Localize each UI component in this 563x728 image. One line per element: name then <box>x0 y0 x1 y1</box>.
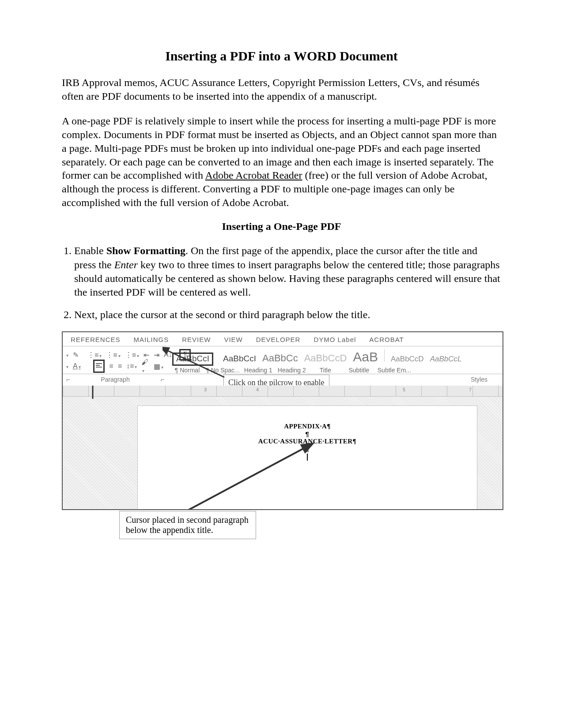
intro-paragraph-2: A one-page PDF is relatively simple to i… <box>62 114 501 209</box>
style-sample-heading2[interactable]: AaBbCcD <box>304 353 347 364</box>
line-spacing-icon[interactable]: ↕≡ <box>126 362 137 370</box>
underline-font-color-icon[interactable]: A <box>73 362 81 370</box>
style-name-heading2: Heading 2 <box>277 367 307 374</box>
outdent-icon[interactable]: ⇤ <box>144 351 149 359</box>
ruler-mark: 5 <box>403 387 405 392</box>
style-names-row: ¶ Normal ¶ No Spac... Heading 1 Heading … <box>172 367 503 374</box>
page-title: Inserting a PDF into a WORD Document <box>62 49 501 64</box>
style-name-subtleem: Subtle Em... <box>378 367 411 374</box>
ruler-mark: 3 <box>204 387 207 392</box>
style-name-nospacing: ¶ No Spac... <box>206 367 240 374</box>
ruler-mark: 7 <box>469 387 472 392</box>
document-page[interactable]: APPENDIX·A¶ ¶ ACUC·ASSURANCE·LETTER¶ ¶ <box>138 406 477 509</box>
align-center-icon[interactable]: ≡ <box>109 362 113 370</box>
callout-cursor-position: Cursor placed in second paragraph below … <box>119 511 256 539</box>
ruler-mark: 4 <box>256 387 259 392</box>
ribbon-tabstrip: REFERENCES MAILINGS REVIEW VIEW DEVELOPE… <box>63 332 503 346</box>
text-run: key two to three times to insert paragra… <box>74 259 500 298</box>
tab-mailings[interactable]: MAILINGS <box>134 336 169 343</box>
style-name-title: Title <box>310 367 340 374</box>
tab-developer[interactable]: DEVELOPER <box>256 336 301 343</box>
numbering-icon[interactable]: ⋮≡ <box>106 351 120 359</box>
text-bold: Show Formatting <box>106 245 185 256</box>
indent-icon[interactable]: ⇥ <box>154 351 159 359</box>
tab-references[interactable]: REFERENCES <box>71 336 121 343</box>
text-italic: Enter <box>114 259 138 270</box>
align-justify-icon[interactable]: ≡ <box>118 362 122 370</box>
style-sample-heading1[interactable]: AaBbCc <box>262 353 298 364</box>
document-area: 3 4 5 7 APPENDIX·A¶ ¶ ACUC·ASSURANCE·LET… <box>63 386 503 509</box>
appendix-subtitle-line: ACUC·ASSURANCE·LETTER¶ <box>138 438 477 445</box>
format-painter-icon[interactable]: ✎ <box>73 351 79 359</box>
tab-acrobat[interactable]: ACROBAT <box>369 336 404 343</box>
style-sample-subtleem[interactable]: AaBbCcL <box>430 355 462 364</box>
multilevel-icon[interactable]: ⋮≡ <box>125 351 139 359</box>
group-label-styles: Styles <box>168 374 503 386</box>
empty-paragraph: ¶ <box>138 445 477 453</box>
align-left-button[interactable] <box>93 360 105 373</box>
steps-list: Enable Show Formatting. On the first pag… <box>62 244 501 322</box>
group-label-paragraph: Paragraph <box>101 376 129 383</box>
ribbon-styles-group: AaBbCcI AaBbCcI AaBbCc AaBbCcD AaB AaBbC… <box>166 346 503 374</box>
font-color-dropdown-icon[interactable] <box>65 362 68 370</box>
borders-icon[interactable]: ▦ <box>154 362 163 371</box>
step-2: Next, place the cursor at the second or … <box>74 308 501 322</box>
style-sample-subtitle[interactable]: AaBbCcD <box>391 355 424 364</box>
style-sample-title[interactable]: AaB <box>353 349 378 364</box>
text-cursor-icon <box>307 454 308 461</box>
adobe-reader-link[interactable]: Adobe Acrobat Reader <box>205 169 302 181</box>
bullets-icon[interactable]: ⋮≡ <box>87 351 102 359</box>
ribbon-paragraph-group: ✎ ⋮≡ ⋮≡ ⋮≡ ⇤ ⇥ A↓ ¶ A ≡ <box>63 346 166 374</box>
style-name-heading1: Heading 1 <box>243 367 273 374</box>
style-sample-nospacing[interactable]: AaBbCcI <box>223 354 256 364</box>
clipboard-dropdown-icon[interactable] <box>65 351 68 359</box>
tab-view[interactable]: VIEW <box>224 336 242 343</box>
tab-dymo[interactable]: DYMO Label <box>314 336 356 343</box>
empty-paragraph: ¶ <box>138 430 477 438</box>
style-sample-normal[interactable]: AaBbCcI <box>172 353 213 366</box>
style-samples-row: AaBbCcI AaBbCcI AaBbCc AaBbCcD AaB AaBbC… <box>172 349 503 366</box>
dialog-launcher-paragraph-icon[interactable]: ⌐ <box>161 376 164 383</box>
step-1: Enable Show Formatting. On the first pag… <box>74 244 501 299</box>
dialog-launcher-clipboard-icon[interactable]: ⌐ <box>66 376 70 383</box>
text-run: Enable <box>74 245 106 256</box>
ribbon-body: ✎ ⋮≡ ⋮≡ ⋮≡ ⇤ ⇥ A↓ ¶ A ≡ <box>63 346 503 374</box>
cursor-line <box>138 453 477 461</box>
section-heading: Inserting a One-Page PDF <box>62 221 501 233</box>
word-ribbon-screenshot: REFERENCES MAILINGS REVIEW VIEW DEVELOPE… <box>62 331 503 510</box>
horizontal-ruler[interactable]: 3 4 5 7 <box>63 386 503 397</box>
appendix-heading-line: APPENDIX·A¶ <box>138 423 477 430</box>
style-name-normal: ¶ Normal <box>172 367 202 374</box>
align-lines-icon <box>96 362 102 368</box>
shading-icon[interactable]: 🖌 <box>141 358 149 374</box>
tab-review[interactable]: REVIEW <box>182 336 211 343</box>
style-name-subtitle: Subtitle <box>344 367 374 374</box>
intro-paragraph-1: IRB Approval memos, ACUC Assurance Lette… <box>62 76 501 103</box>
